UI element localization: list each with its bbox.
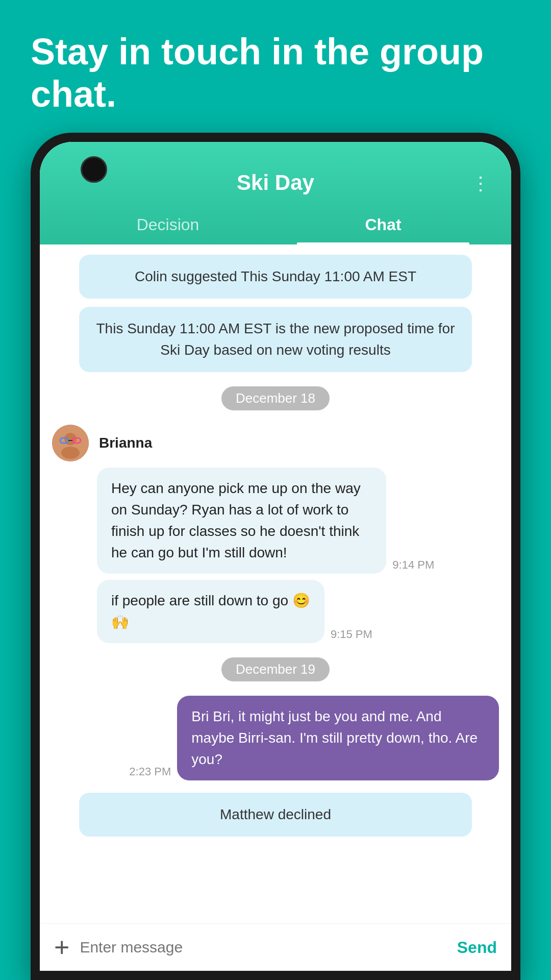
phone-screen: Ski Day ⋮ Decision Chat Colin suggested …	[40, 142, 511, 971]
message-time-1: 9:14 PM	[392, 558, 434, 574]
plus-button[interactable]: +	[54, 934, 69, 961]
date-separator-dec19: December 19	[52, 657, 499, 681]
tab-decision[interactable]: Decision	[60, 207, 276, 244]
avatar-brianna	[52, 425, 89, 461]
date-label-dec18: December 18	[221, 386, 330, 410]
app-header: Ski Day ⋮ Decision Chat	[40, 142, 511, 244]
message-input[interactable]	[80, 939, 446, 956]
input-bar: + Send	[40, 923, 511, 971]
date-label-dec19: December 19	[221, 657, 330, 681]
message-time-3: 2:23 PM	[129, 765, 171, 780]
header-top: Ski Day ⋮	[60, 160, 491, 207]
chat-area: Colin suggested This Sunday 11:00 AM EST…	[40, 244, 511, 923]
phone-frame: Ski Day ⋮ Decision Chat Colin suggested …	[31, 133, 520, 980]
camera-hole	[81, 156, 107, 183]
message-group-brianna: Brianna Hey can anyone pick me up on the…	[52, 425, 499, 643]
date-separator-dec18: December 18	[52, 386, 499, 410]
system-message-1: Colin suggested This Sunday 11:00 AM EST	[79, 255, 472, 299]
message-time-2: 9:15 PM	[331, 628, 372, 643]
system-message-2: This Sunday 11:00 AM EST is the new prop…	[79, 307, 472, 372]
message-bubble-3: Bri Bri, it might just be you and me. An…	[177, 696, 499, 780]
screen-title: Ski Day	[237, 170, 314, 195]
sender-name-brianna: Brianna	[99, 435, 152, 451]
send-button[interactable]: Send	[457, 938, 497, 957]
message-bubble-2: if people are still down to go 😊🙌	[97, 580, 324, 643]
message-group-me: Bri Bri, it might just be you and me. An…	[52, 696, 499, 780]
system-message-bottom: Matthew declined	[79, 793, 472, 837]
menu-icon[interactable]: ⋮	[471, 173, 491, 194]
tabs: Decision Chat	[60, 207, 491, 244]
page-headline: Stay in touch in the group chat.	[31, 31, 520, 115]
svg-point-2	[61, 447, 80, 459]
message-bubble-1: Hey can anyone pick me up on the way on …	[97, 468, 386, 574]
bubble-2-text: if people are still down to go 😊🙌	[111, 593, 310, 630]
tab-chat[interactable]: Chat	[276, 207, 491, 244]
